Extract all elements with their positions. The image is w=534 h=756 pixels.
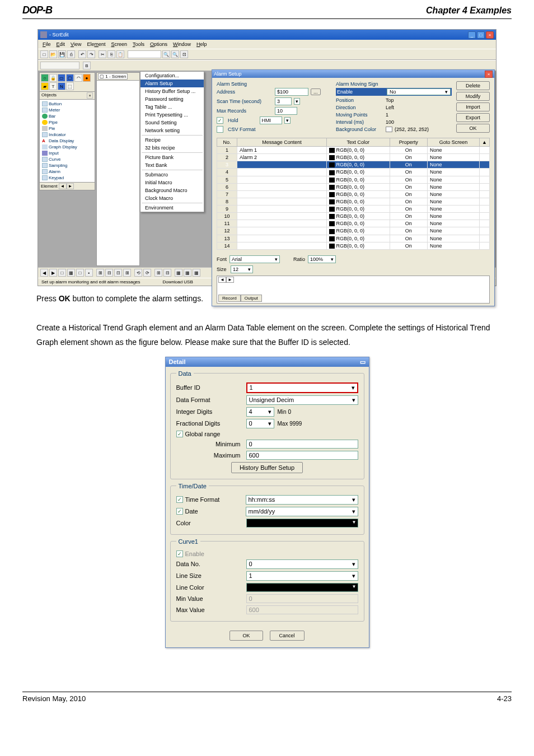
bt-7[interactable]: ⊞ [96, 269, 104, 277]
tb-redo[interactable]: ↷ [87, 50, 95, 58]
opt-recipe[interactable]: Recipe [140, 136, 204, 144]
tab-output[interactable]: Output [241, 295, 262, 302]
bt-3[interactable]: □ [58, 269, 66, 277]
bt-9[interactable]: ⊡ [114, 269, 122, 277]
opt-network[interactable]: Network setting [140, 127, 204, 134]
menu-options[interactable]: Options [148, 41, 170, 48]
hold-select[interactable]: HMI [260, 116, 282, 124]
palette-sq[interactable]: ▢ [66, 74, 74, 82]
opt-initial-macro[interactable]: Initial Macro [140, 179, 204, 186]
table-row[interactable]: 1Alarm 1 RGB(0, 0, 0)OnNone [217, 147, 490, 154]
menu-window[interactable]: Window [171, 41, 193, 48]
data-no-select[interactable]: 0▾ [246, 559, 358, 569]
minimum-input[interactable]: 0 [246, 440, 358, 449]
menu-tools[interactable]: Tools [130, 41, 147, 48]
table-row[interactable]: 3 RGB(0, 0, 0)OnNone [217, 161, 490, 169]
opt-alarm-setup[interactable]: Alarm Setup [140, 80, 204, 87]
tb-copy[interactable]: ⎘ [107, 50, 115, 58]
tb-cut[interactable]: ✂ [99, 50, 106, 58]
obj-keypad[interactable]: Keypad [41, 175, 93, 181]
integer-digits-select[interactable]: 4▾ [246, 407, 274, 417]
screen-tab[interactable]: ▢ 1 - Screen [98, 73, 128, 80]
bt-15[interactable]: ▦ [175, 269, 182, 277]
tb-new[interactable]: □ [40, 50, 48, 58]
enable-value[interactable]: No ▾ [387, 88, 451, 95]
bt-17[interactable]: ▦ [193, 269, 200, 277]
bt-12[interactable]: ⟳ [143, 269, 151, 277]
opt-background-macro[interactable]: Background Macro [140, 186, 204, 194]
date-select[interactable]: mm/dd/yy▾ [246, 507, 358, 516]
obj-graphdisplay[interactable]: Graph Display [41, 144, 93, 150]
obj-alarm[interactable]: Alarm [41, 169, 93, 175]
table-row[interactable]: 7 RGB(0, 0, 0)OnNone [217, 190, 490, 198]
tb-lang[interactable] [40, 62, 79, 69]
bt-16[interactable]: ▦ [184, 269, 191, 277]
tb-zoom-in[interactable]: 🔍 [162, 50, 170, 58]
table-row[interactable]: 11 RGB(0, 0, 0)OnNone [217, 220, 490, 227]
tab-record[interactable]: Record [218, 295, 241, 302]
tb-paste[interactable]: 📋 [116, 50, 124, 58]
opt-configuration[interactable]: Configuration... [140, 72, 204, 80]
table-row[interactable]: 14 RGB(0, 0, 0)OnNone [217, 242, 490, 249]
history-buffer-setup-button[interactable]: History Buffer Setup [231, 462, 303, 473]
buffer-id-select[interactable]: 1▾ [246, 382, 358, 393]
ok-button[interactable]: OK [456, 124, 490, 133]
tb-open[interactable]: 📂 [49, 50, 57, 58]
line-size-select[interactable]: 1▾ [246, 571, 358, 581]
palette-num[interactable]: N [58, 82, 65, 90]
bt-11[interactable]: ⟲ [134, 269, 142, 277]
bt-1[interactable]: ◀ [40, 269, 48, 277]
palette-poly[interactable]: ▰ [41, 82, 49, 90]
tb-save[interactable]: 💾 [58, 50, 66, 58]
ratio-select[interactable]: 100% ▾ [308, 255, 336, 263]
opt-environment[interactable]: Environment [140, 204, 204, 212]
maximize-button[interactable]: □ [477, 31, 485, 39]
opt-text-bank[interactable]: Text Bank [140, 161, 204, 169]
tb-saveall[interactable]: ⎙ [67, 50, 75, 58]
palette-text[interactable]: T [49, 82, 57, 90]
palette-circle[interactable]: ○ [41, 74, 49, 82]
modify-button[interactable]: Modify [456, 92, 490, 101]
global-range-checkbox[interactable]: ✓ [176, 431, 183, 437]
detail-cancel-button[interactable]: Cancel [270, 631, 305, 641]
bt-8[interactable]: ⊟ [105, 269, 113, 277]
menu-view[interactable]: View [68, 41, 83, 48]
hold-checkbox[interactable]: ✓ [217, 117, 223, 124]
bt-5[interactable]: □ [76, 269, 84, 277]
bt-10[interactable]: ⊞ [123, 269, 131, 277]
bt-13[interactable]: ⊞ [154, 269, 162, 277]
table-row[interactable]: 8 RGB(0, 0, 0)OnNone [217, 198, 490, 205]
objects-close[interactable]: × [87, 92, 93, 99]
table-row[interactable]: 10 RGB(0, 0, 0)OnNone [217, 213, 490, 220]
tb-zoom-out[interactable]: 🔍 [171, 50, 179, 58]
enable-checkbox[interactable]: ✓ [176, 550, 183, 557]
menu-edit[interactable]: Edit [54, 41, 68, 48]
obj-pie[interactable]: Pie [41, 125, 93, 132]
time-format-checkbox[interactable]: ✓ [176, 496, 183, 503]
opt-clock-macro[interactable]: Clock Macro [140, 194, 204, 202]
tb-zoom-fit[interactable]: ⊡ [180, 50, 188, 58]
palette-btn10[interactable]: ⬚ [66, 82, 74, 90]
obj-input[interactable]: Input [41, 150, 93, 156]
data-format-select[interactable]: Unsigned Decim▾ [246, 395, 358, 405]
obj-datadisplay[interactable]: A Data Display [41, 138, 93, 144]
opt-password[interactable]: Password setting [140, 95, 204, 103]
opt-32bit-recipe[interactable]: 32 bits recipe [140, 144, 204, 152]
opt-sound[interactable]: Sound Setting [140, 119, 204, 127]
tb-bold[interactable]: B [83, 62, 91, 69]
opt-tag-table[interactable]: Tag Table ... [140, 103, 204, 111]
opt-picture-bank[interactable]: Picture Bank [140, 153, 204, 161]
menu-screen[interactable]: Screen [109, 41, 129, 48]
minimize-button[interactable]: _ [468, 31, 476, 39]
table-row[interactable]: 12 RGB(0, 0, 0)OnNone [217, 227, 490, 235]
max-input[interactable]: 10 [275, 107, 297, 115]
menu-file[interactable]: File [40, 41, 53, 48]
obj-indicator[interactable]: Indicator [41, 132, 93, 138]
bt-2[interactable]: ▶ [49, 269, 57, 277]
bt-4[interactable]: ▦ [67, 269, 75, 277]
address-browse[interactable]: ... [311, 88, 321, 95]
table-row[interactable]: 4 RGB(0, 0, 0)OnNone [217, 169, 490, 176]
obj-curve[interactable]: Curve [41, 156, 93, 162]
palette-rect[interactable]: ▭ [58, 74, 65, 82]
scan-dropdown[interactable]: ▾ [294, 98, 300, 105]
